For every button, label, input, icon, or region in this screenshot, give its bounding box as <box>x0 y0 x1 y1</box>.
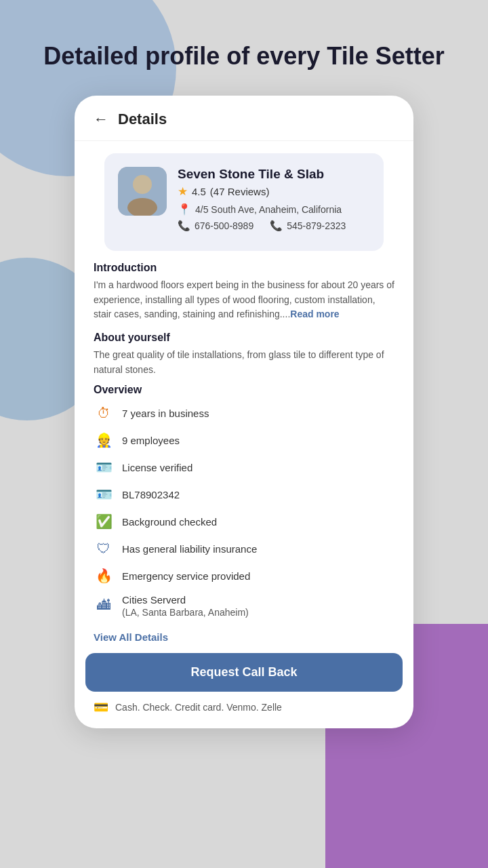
overview-background-checked: ✅ Background checked <box>94 511 394 532</box>
introduction-title: Introduction <box>94 262 394 274</box>
checkmark-icon: ✅ <box>94 511 114 532</box>
business-name: Seven Stone Tile & Slab <box>178 167 370 182</box>
overview-emergency-service: 🔥 Emergency service provided <box>94 566 394 586</box>
review-count: (47 Reviews) <box>210 186 270 197</box>
clock-icon: ⏱ <box>94 403 114 423</box>
view-all-details-link[interactable]: View All Details <box>94 631 168 643</box>
license-number-icon: 🪪 <box>94 484 114 505</box>
overview-section: Overview ⏱ 7 years in business 👷 9 emplo… <box>75 377 413 618</box>
overview-license-number: 🪪 BL78902342 <box>94 484 394 505</box>
cities-served-subtext: (LA, Santa Barbara, Anaheim) <box>122 607 249 618</box>
liability-insurance-text: Has general liability insurance <box>122 542 257 556</box>
overview-years-in-business: ⏱ 7 years in business <box>94 403 394 423</box>
svg-point-1 <box>133 175 152 194</box>
phone-card: ← Details Seven Stone Tile & Slab <box>75 96 413 728</box>
cities-served-block: Cities Serverd (LA, Santa Barbara, Anahe… <box>122 593 249 618</box>
cities-served-text: Cities Serverd <box>122 593 249 607</box>
phone-number-1: 676-500-8989 <box>195 220 253 231</box>
page-headline: Detailed profile of every Tile Setter <box>3 41 485 71</box>
about-yourself-text: The great quality of tile installations,… <box>94 348 394 377</box>
phone-item-1[interactable]: 📞 676-500-8989 <box>178 220 253 232</box>
details-title: Details <box>118 111 167 128</box>
introduction-text: I'm a hardwood floors expert being in th… <box>94 278 394 322</box>
profile-section: Seven Stone Tile & Slab ★ 4.5 (47 Review… <box>104 153 384 251</box>
employees-text: 9 employees <box>122 433 180 448</box>
shield-icon: 🛡 <box>94 538 114 559</box>
fire-icon: 🔥 <box>94 566 114 586</box>
payment-icon: 💳 <box>94 700 108 715</box>
years-in-business-text: 7 years in business <box>122 406 209 420</box>
phone-icon-1: 📞 <box>178 220 190 232</box>
city-icon: 🏙 <box>94 595 114 616</box>
address: 4/5 South Ave, Anaheim, California <box>195 204 342 215</box>
request-call-back-button[interactable]: Request Call Back <box>85 653 403 692</box>
about-yourself-title: About yourself <box>94 332 394 344</box>
back-button[interactable]: ← <box>94 111 108 128</box>
rating-value: 4.5 <box>192 186 206 197</box>
payment-text: Cash. Check. Credit card. Venmo. Zelle <box>115 702 282 713</box>
details-header: ← Details <box>75 96 413 141</box>
license-number-text: BL78902342 <box>122 488 180 502</box>
rating-row: ★ 4.5 (47 Reviews) <box>178 184 370 199</box>
location-row: 📍 4/5 South Ave, Anaheim, California <box>178 203 370 216</box>
overview-employees: 👷 9 employees <box>94 430 394 450</box>
avatar <box>118 167 167 216</box>
emergency-service-text: Emergency service provided <box>122 569 250 583</box>
overview-cities-served: 🏙 Cities Serverd (LA, Santa Barbara, Ana… <box>94 593 394 618</box>
view-all-details[interactable]: View All Details <box>75 625 413 644</box>
overview-license-verified: 🪪 License verified <box>94 457 394 477</box>
overview-title: Overview <box>94 384 394 396</box>
license-verified-text: License verified <box>122 460 192 475</box>
introduction-section: Introduction I'm a hardwood floors exper… <box>75 251 413 322</box>
background-checked-text: Background checked <box>122 515 217 529</box>
location-icon: 📍 <box>178 203 191 216</box>
phone-number-2: 545-879-2323 <box>287 220 346 231</box>
license-icon: 🪪 <box>94 457 114 477</box>
worker-icon: 👷 <box>94 430 114 450</box>
read-more-link[interactable]: Read more <box>290 309 339 319</box>
overview-liability-insurance: 🛡 Has general liability insurance <box>94 538 394 559</box>
star-icon: ★ <box>178 184 188 199</box>
phone-row: 📞 676-500-8989 📞 545-879-2323 <box>178 220 370 232</box>
payment-row: 💳 Cash. Check. Credit card. Venmo. Zelle <box>75 697 413 722</box>
about-yourself-section: About yourself The great quality of tile… <box>75 322 413 377</box>
phone-item-2[interactable]: 📞 545-879-2323 <box>270 220 346 232</box>
phone-icon-2: 📞 <box>270 220 283 232</box>
